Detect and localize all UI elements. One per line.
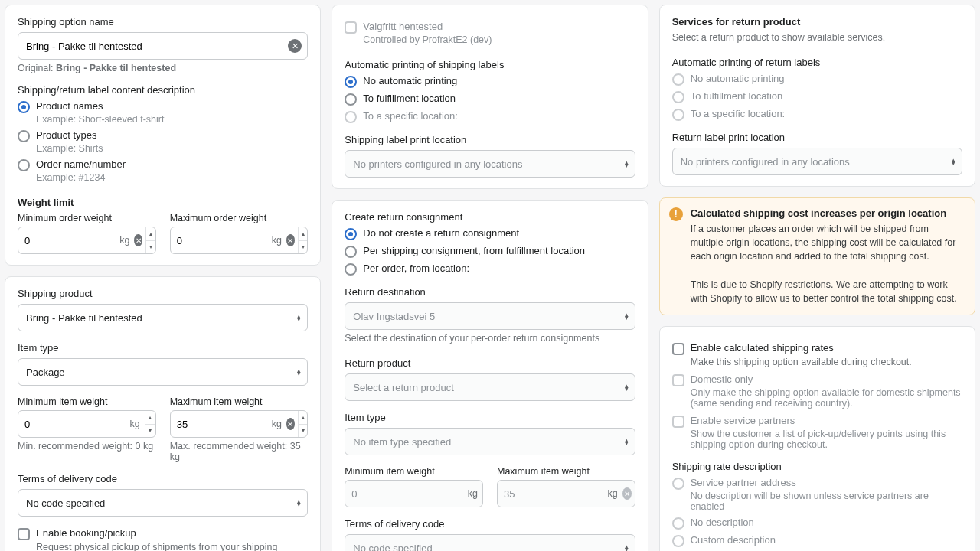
chevron-updown-icon <box>625 312 629 321</box>
original-value: Bring - Pakke til hentested <box>56 63 176 73</box>
radio-per-order[interactable]: Per order, from location: <box>345 262 635 276</box>
valgfritt-check: Valgfritt hentested Controlled by Profra… <box>345 21 635 45</box>
radio-product-types[interactable]: Product types Example: Shirts <box>18 129 308 154</box>
clear-icon[interactable]: ✕ <box>288 39 302 53</box>
return-max-weight-field: kg ✕ <box>497 480 635 507</box>
mid-return-card: Create return consignment Do not create … <box>332 200 648 551</box>
alert-title: Calculated shipping cost increases per o… <box>691 207 964 219</box>
checkbox-icon <box>672 374 684 386</box>
item-type-label: Item type <box>18 342 308 354</box>
radio-per-shipping[interactable]: Per shipping consignment, from fulfillme… <box>345 245 635 258</box>
services-return-title: Services for return product <box>672 16 962 28</box>
radio-to-fulfillment[interactable]: To fulfillment location <box>345 93 635 106</box>
radio-icon <box>345 93 357 106</box>
calc-rates-card: Enable calculated shipping rates Make th… <box>659 326 975 551</box>
return-item-type-select: No item type specified <box>345 428 635 455</box>
clear-icon[interactable]: ✕ <box>286 418 295 430</box>
radio-no-desc: No description <box>672 517 962 530</box>
enable-booking-check[interactable]: Enable booking/pickup Request physical p… <box>18 527 308 551</box>
print-location-label: Shipping label print location <box>345 134 635 145</box>
chevron-updown-icon <box>625 438 629 446</box>
shipping-option-card: Shipping option name ✕ Original: Bring -… <box>5 5 321 266</box>
shipping-product-card: Shipping product Bring - Pakke til hente… <box>5 276 321 551</box>
return-min-weight-field: kg <box>345 480 483 507</box>
enable-calc-check[interactable]: Enable calculated shipping rates Make th… <box>672 342 962 367</box>
radio-order-name[interactable]: Order name/number Example: #1234 <box>18 158 308 183</box>
stepper[interactable]: ▴▾ <box>298 227 308 253</box>
right-top-card: Services for return product Select a ret… <box>659 5 975 187</box>
warning-icon: ! <box>669 207 683 221</box>
print-location-select: No printers configured in any locations <box>345 150 635 178</box>
shipping-product-select[interactable]: Bring - Pakke til hentested <box>18 304 308 331</box>
radio-product-names[interactable]: Product names Example: Short-sleeved t-s… <box>18 100 308 125</box>
chevron-updown-icon <box>625 160 629 168</box>
label-desc-label: Shipping/return label content descriptio… <box>18 84 308 96</box>
chevron-updown-icon <box>297 368 301 377</box>
checkbox-icon <box>672 343 684 355</box>
radio-dont-create[interactable]: Do not create a return consignment <box>345 227 635 240</box>
terms-select[interactable]: No code specified <box>18 489 308 517</box>
partners-check: Enable service partners Show the custome… <box>672 415 962 450</box>
radio-custom-desc: Custom description <box>672 534 962 547</box>
checkbox-icon <box>672 416 684 428</box>
max-order-weight-label: Maximum order weight <box>170 213 309 223</box>
radio-return-specific: To a specific location: <box>672 108 962 121</box>
stepper[interactable]: ▴▾ <box>298 411 308 437</box>
max-order-weight-input[interactable] <box>171 227 267 253</box>
radio-icon <box>345 76 357 88</box>
radio-icon <box>672 535 684 547</box>
stepper[interactable]: ▴▾ <box>145 227 155 253</box>
min-item-weight-label: Minimum item weight <box>18 396 156 407</box>
radio-no-auto-print[interactable]: No automatic printing <box>345 75 635 88</box>
weight-limit-title: Weight limit <box>18 197 308 208</box>
return-product-select: Select a return product <box>345 373 635 401</box>
return-dest-label: Return destination <box>345 286 635 298</box>
item-type-select[interactable]: Package <box>18 358 308 386</box>
chevron-updown-icon <box>297 499 301 507</box>
return-terms-select: No code specified <box>345 534 635 551</box>
return-terms-label: Terms of delivery code <box>345 518 635 530</box>
return-max-weight-label: Maximum item weight <box>497 466 635 477</box>
stepper[interactable]: ▴▾ <box>145 411 155 437</box>
radio-to-specific: To a specific location: <box>345 110 635 123</box>
shipping-product-label: Shipping product <box>18 288 308 299</box>
radio-icon <box>18 101 30 113</box>
radio-icon <box>672 73 684 86</box>
max-item-weight-label: Maximum item weight <box>170 396 309 407</box>
return-print-location-select: No printers configured in any locations <box>672 148 962 175</box>
checkbox-icon <box>18 528 30 540</box>
radio-return-no-auto: No automatic printing <box>672 73 962 86</box>
return-product-label: Return product <box>345 357 635 369</box>
min-order-weight-input[interactable] <box>18 227 115 253</box>
auto-return-print-title: Automatic printing of return labels <box>672 57 962 68</box>
radio-icon <box>672 109 684 121</box>
radio-icon <box>345 111 357 123</box>
return-item-type-label: Item type <box>345 412 635 423</box>
auto-print-title: Automatic printing of shipping labels <box>345 59 635 70</box>
domestic-check: Domestic only Only make the shipping opt… <box>672 373 962 409</box>
chevron-updown-icon <box>625 383 629 392</box>
clear-icon[interactable]: ✕ <box>134 234 142 246</box>
radio-partner-address: Service partner address No description w… <box>672 477 962 512</box>
clear-icon: ✕ <box>622 487 632 500</box>
terms-label: Terms of delivery code <box>18 473 308 484</box>
original-prefix: Original: <box>18 63 56 73</box>
radio-icon <box>672 478 684 490</box>
radio-icon <box>672 517 684 530</box>
radio-icon <box>345 228 357 240</box>
radio-icon <box>345 263 357 276</box>
clear-icon[interactable]: ✕ <box>286 234 295 246</box>
radio-icon <box>345 246 357 258</box>
radio-icon <box>18 130 30 142</box>
max-item-weight-field[interactable]: kg ✕ ▴▾ <box>170 410 309 438</box>
shipping-option-name-label: Shipping option name <box>18 16 308 28</box>
mid-top-card: Valgfritt hentested Controlled by Profra… <box>332 5 648 189</box>
chevron-updown-icon <box>625 544 629 551</box>
min-order-weight-label: Minimum order weight <box>18 213 156 223</box>
create-return-title: Create return consignment <box>345 211 635 223</box>
max-order-weight-field[interactable]: kg ✕ ▴▾ <box>170 227 309 254</box>
shipping-option-name-input[interactable] <box>18 32 308 60</box>
min-item-weight-field[interactable]: kg ▴▾ <box>18 410 156 438</box>
min-order-weight-field[interactable]: kg ✕ ▴▾ <box>18 227 156 254</box>
chevron-updown-icon <box>952 158 956 166</box>
